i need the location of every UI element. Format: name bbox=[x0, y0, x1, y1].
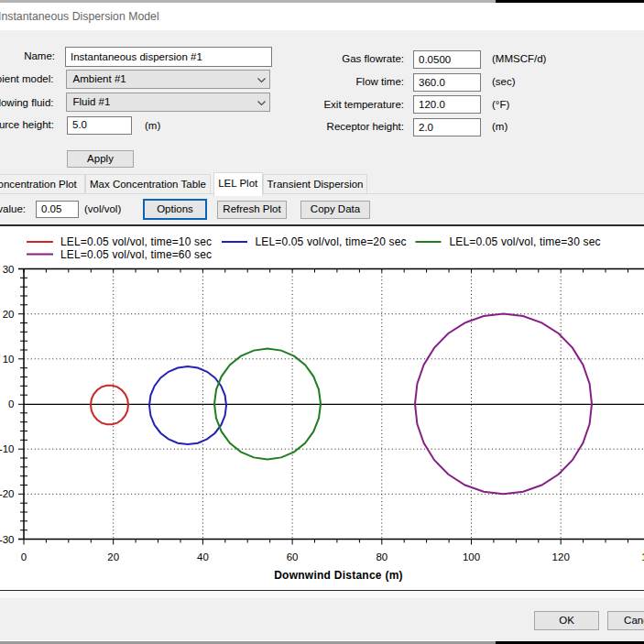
svg-text:-20: -20 bbox=[0, 488, 15, 499]
svg-text:30: 30 bbox=[3, 264, 15, 275]
svg-text:Downwind Distance (m): Downwind Distance (m) bbox=[274, 569, 403, 582]
svg-text:10: 10 bbox=[3, 354, 15, 365]
svg-text:80: 80 bbox=[376, 551, 387, 562]
svg-text:LEL=0.05 vol/vol, time=30 sec: LEL=0.05 vol/vol, time=30 sec bbox=[450, 235, 601, 248]
svg-text:LEL=0.05 vol/vol, time=10 sec: LEL=0.05 vol/vol, time=10 sec bbox=[60, 235, 212, 248]
svg-text:0: 0 bbox=[8, 398, 14, 409]
svg-text:-30: -30 bbox=[0, 534, 15, 545]
svg-text:-10: -10 bbox=[0, 443, 15, 454]
svg-text:0: 0 bbox=[21, 551, 27, 562]
svg-text:60: 60 bbox=[287, 551, 299, 562]
svg-text:40: 40 bbox=[197, 551, 209, 562]
svg-text:LEL=0.05 vol/vol, time=20 sec: LEL=0.05 vol/vol, time=20 sec bbox=[256, 235, 407, 248]
svg-text:LEL=0.05 vol/vol, time=60 sec: LEL=0.05 vol/vol, time=60 sec bbox=[60, 248, 212, 261]
svg-text:100: 100 bbox=[463, 551, 480, 562]
svg-text:20: 20 bbox=[3, 309, 15, 320]
svg-text:120: 120 bbox=[552, 551, 570, 562]
svg-text:20: 20 bbox=[107, 551, 119, 562]
